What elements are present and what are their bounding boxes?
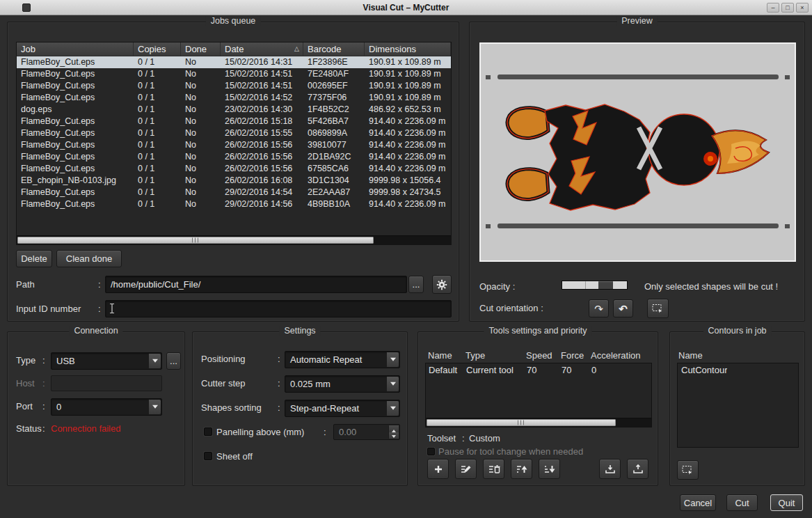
job-barcode: 1F23896E xyxy=(303,56,365,68)
panelling-checkbox[interactable] xyxy=(204,427,212,436)
load-toolset-button[interactable] xyxy=(599,459,621,479)
job-copies: 0 / 1 xyxy=(134,127,181,139)
jobs-table-body: FlameBoy_Cut.eps 0 / 1 No 15/02/2016 14:… xyxy=(17,56,451,235)
job-copies: 0 / 1 xyxy=(134,56,181,68)
path-settings-gear-button[interactable] xyxy=(432,275,452,294)
add-tool-button[interactable] xyxy=(427,459,449,479)
clean-done-button[interactable]: Clean done xyxy=(56,250,122,267)
job-row[interactable]: FlameBoy_Cut.eps 0 / 1 No 15/02/2016 14:… xyxy=(17,56,451,68)
tools-column-acceleration[interactable]: Acceleration xyxy=(588,350,652,361)
tools-column-name[interactable]: Name xyxy=(425,350,463,361)
column-header-barcode[interactable]: Barcode xyxy=(303,42,365,56)
job-done: No xyxy=(181,163,221,175)
path-input[interactable]: /home/public/Cut_File/ xyxy=(105,276,407,293)
column-header-copies[interactable]: Copies xyxy=(134,42,181,56)
cutter-step-value: 0.025 mm xyxy=(290,379,331,389)
tools-scrollbar-thumb[interactable] xyxy=(427,419,616,426)
contour-item[interactable]: CutContour xyxy=(678,363,798,377)
rotate-right-button[interactable]: ↷ xyxy=(589,299,609,317)
toolset-value: Custom xyxy=(469,433,500,444)
column-header-date[interactable]: Date△ xyxy=(221,42,303,56)
tools-column-speed[interactable]: Speed xyxy=(523,350,558,361)
edit-tool-button[interactable] xyxy=(455,459,477,479)
pause-tool-change-checkbox[interactable] xyxy=(427,448,435,455)
window-icon xyxy=(22,3,31,12)
priority-up-button[interactable] xyxy=(511,459,532,479)
positioning-select[interactable]: Automatic Repeat xyxy=(285,351,400,368)
job-date: 15/02/2016 14:31 xyxy=(221,56,303,68)
job-barcode: 1F4B52C2 xyxy=(303,104,365,116)
column-header-date-label: Date xyxy=(225,44,244,54)
job-barcode: 39810077 xyxy=(303,139,365,151)
job-row[interactable]: FlameBoy_Cut.eps 0 / 1 No 26/02/2016 15:… xyxy=(17,163,451,175)
job-row[interactable]: FlameBoy_Cut.eps 0 / 1 No 15/02/2016 14:… xyxy=(17,68,451,80)
sort-up-icon xyxy=(516,464,528,475)
panelling-colon: : xyxy=(324,427,326,437)
chevron-down-icon[interactable] xyxy=(386,377,399,391)
arrow-out-of-tray-icon xyxy=(632,464,644,475)
jobs-scrollbar-thumb[interactable] xyxy=(17,237,374,244)
preview-canvas[interactable] xyxy=(479,42,796,262)
shapes-sorting-select[interactable]: Step-and-Repeat xyxy=(285,400,400,417)
jobs-horizontal-scrollbar[interactable] xyxy=(17,235,451,244)
chevron-down-icon[interactable] xyxy=(386,352,399,367)
job-dimensions: 190.91 x 109.89 m xyxy=(365,68,451,80)
browse-path-button[interactable]: ... xyxy=(408,276,424,293)
job-row[interactable]: FlameBoy_Cut.eps 0 / 1 No 26/02/2016 15:… xyxy=(17,151,451,163)
job-row[interactable]: FlameBoy_Cut.eps 0 / 1 No 26/02/2016 15:… xyxy=(17,127,451,139)
job-done: No xyxy=(181,92,221,104)
job-date: 26/02/2016 15:56 xyxy=(221,151,303,163)
window-titlebar[interactable]: Visual Cut – MyCutter – □ × xyxy=(0,0,812,15)
column-header-dimensions[interactable]: Dimensions xyxy=(365,42,451,56)
job-row[interactable]: FlameBoy_Cut.eps 0 / 1 No 15/02/2016 14:… xyxy=(17,80,451,92)
priority-down-button[interactable] xyxy=(539,459,560,479)
input-id-label: Input ID number xyxy=(16,304,81,314)
job-row[interactable]: FlameBoy_Cut.eps 0 / 1 No 26/02/2016 15:… xyxy=(17,139,451,151)
tool-row[interactable]: Default Current tool 70 70 0 xyxy=(426,363,651,377)
tools-column-force[interactable]: Force xyxy=(558,350,588,361)
chevron-down-icon[interactable] xyxy=(148,354,161,368)
pause-tool-change-label: Pause for tool change when needed xyxy=(438,446,583,457)
select-contours-button[interactable] xyxy=(677,460,699,480)
select-shapes-button[interactable] xyxy=(647,299,669,318)
minimize-button[interactable]: – xyxy=(767,3,779,13)
panelling-spinner[interactable]: 0.00 xyxy=(333,424,400,440)
spin-up-icon[interactable] xyxy=(388,425,399,432)
quit-button[interactable]: Quit xyxy=(770,494,803,511)
column-header-done[interactable]: Done xyxy=(181,42,221,56)
job-date: 15/02/2016 14:51 xyxy=(221,68,303,80)
tools-horizontal-scrollbar[interactable] xyxy=(426,418,651,427)
tools-list-body: Default Current tool 70 70 0 xyxy=(426,363,651,377)
opacity-slider[interactable] xyxy=(562,281,628,290)
cancel-button[interactable]: Cancel xyxy=(680,494,716,511)
settings-title: Settings xyxy=(279,326,320,336)
input-id-field[interactable] xyxy=(105,300,452,317)
tools-column-type[interactable]: Type xyxy=(463,350,523,361)
cut-button[interactable]: Cut xyxy=(726,494,758,511)
job-row[interactable]: EB_chopin_NB-0103.jpg 0 / 1 No 26/02/201… xyxy=(17,175,451,187)
connection-more-button[interactable]: ... xyxy=(166,352,181,370)
chevron-down-icon[interactable] xyxy=(148,400,161,414)
job-row[interactable]: FlameBoy_Cut.eps 0 / 1 No 26/02/2016 15:… xyxy=(17,116,451,127)
rotate-left-button[interactable]: ↶ xyxy=(613,299,633,317)
column-header-job[interactable]: Job xyxy=(17,42,134,56)
plus-icon xyxy=(432,464,445,475)
job-row[interactable]: FlameBoy_Cut.eps 0 / 1 No 29/02/2016 14:… xyxy=(17,187,451,198)
save-toolset-button[interactable] xyxy=(627,459,648,479)
spin-down-icon[interactable] xyxy=(388,432,399,439)
job-row[interactable]: FlameBoy_Cut.eps 0 / 1 No 29/02/2016 14:… xyxy=(17,198,451,210)
close-button[interactable]: × xyxy=(796,3,809,13)
job-copies: 0 / 1 xyxy=(134,175,181,187)
sheet-off-checkbox[interactable] xyxy=(204,452,212,460)
cutter-step-select[interactable]: 0.025 mm xyxy=(285,375,400,393)
job-row[interactable]: FlameBoy_Cut.eps 0 / 1 No 15/02/2016 14:… xyxy=(17,92,451,104)
chevron-down-icon[interactable] xyxy=(386,401,399,416)
delete-button[interactable]: Delete xyxy=(16,250,52,267)
job-row[interactable]: dog.eps 0 / 1 No 23/02/2016 14:30 1F4B52… xyxy=(17,104,451,116)
tool-name: Default xyxy=(426,363,463,377)
port-select[interactable]: 0 xyxy=(51,398,162,416)
job-copies: 0 / 1 xyxy=(134,80,181,92)
delete-tool-button[interactable] xyxy=(483,459,504,479)
connection-type-select[interactable]: USB xyxy=(51,352,162,370)
maximize-button[interactable]: □ xyxy=(781,3,794,13)
